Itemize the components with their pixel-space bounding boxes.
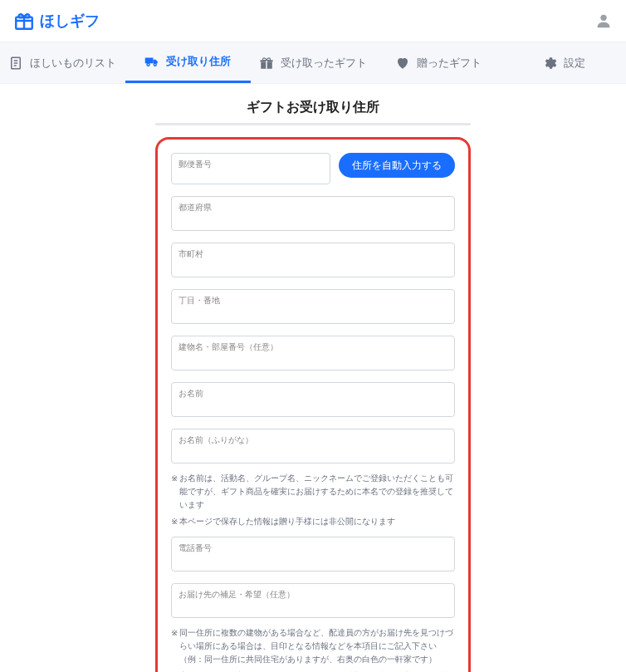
svg-point-2	[600, 15, 606, 21]
tab-label: 贈ったギフト	[417, 56, 482, 71]
street-field[interactable]: 丁目・番地	[171, 289, 455, 324]
truck-icon	[144, 54, 159, 69]
tab-label: ほしいものリスト	[30, 56, 116, 71]
name-notes: お名前は、活動名、グループ名、ニックネームでご登録いただくことも可能ですが、ギフ…	[171, 472, 455, 528]
note-item: お名前は、活動名、グループ名、ニックネームでご登録いただくことも可能ですが、ギフ…	[171, 472, 455, 512]
heart-icon	[395, 56, 410, 71]
header: ほしギフ	[0, 0, 626, 42]
svg-rect-12	[266, 60, 267, 69]
logo[interactable]: ほしギフ	[13, 10, 100, 32]
name-kana-field[interactable]: お名前（ふりがな）	[171, 429, 455, 464]
phone-field[interactable]: 電話番号	[171, 537, 455, 571]
gift-logo-icon	[13, 10, 35, 32]
svg-point-8	[147, 63, 149, 66]
tab-label: 受け取り住所	[166, 54, 231, 69]
prefecture-label: 都道府県	[179, 202, 447, 213]
note-item: 同一住所に複数の建物がある場合など、配達員の方がお届け先を見つけづらい場所にある…	[171, 626, 455, 666]
delivery-note-field[interactable]: お届け先の補足・希望（任意）	[171, 583, 455, 618]
tab-wishlist[interactable]: ほしいものリスト	[0, 42, 125, 83]
gift-icon	[259, 56, 274, 71]
prefecture-field[interactable]: 都道府県	[171, 196, 455, 231]
tab-label: 受け取ったギフト	[281, 56, 367, 71]
phone-label: 電話番号	[179, 542, 447, 554]
page-title: ギフトお受け取り住所	[0, 99, 626, 116]
building-label: 建物名・部屋番号（任意）	[179, 341, 447, 353]
street-label: 丁目・番地	[179, 295, 447, 307]
delivery-notes: 同一住所に複数の建物がある場合など、配達員の方がお届け先を見つけづらい場所にある…	[171, 626, 455, 672]
city-label: 市町村	[179, 248, 447, 260]
tab-received[interactable]: 受け取ったギフト	[251, 42, 376, 83]
auto-fill-button[interactable]: 住所を自動入力する	[339, 153, 455, 178]
list-icon	[8, 56, 23, 71]
building-field[interactable]: 建物名・部屋番号（任意）	[171, 336, 455, 370]
tab-address[interactable]: 受け取り住所	[125, 42, 251, 83]
page: ギフトお受け取り住所 郵便番号 住所を自動入力する 都道府県 市町村 丁目・番地…	[0, 84, 626, 672]
name-field[interactable]: お名前	[171, 382, 455, 417]
tab-label: 設定	[564, 56, 585, 71]
address-form: 郵便番号 住所を自動入力する 都道府県 市町村 丁目・番地 建物名・部屋番号（任…	[155, 137, 471, 672]
zip-label: 郵便番号	[179, 159, 323, 170]
title-underline	[155, 123, 471, 125]
avatar-icon[interactable]	[594, 12, 613, 30]
name-label: お名前	[179, 388, 447, 400]
tab-sent[interactable]: 贈ったギフト	[375, 42, 501, 83]
tabs: ほしいものリスト 受け取り住所 受け取ったギフト 贈ったギフト 設定	[0, 42, 626, 84]
note-item: 本ページで保存した情報は贈り手様には非公開になります	[171, 515, 455, 528]
delivery-note-label: お届け先の補足・希望（任意）	[179, 589, 447, 601]
svg-rect-7	[145, 58, 154, 64]
gear-icon	[542, 56, 557, 71]
svg-point-9	[154, 63, 156, 66]
city-field[interactable]: 市町村	[171, 243, 455, 277]
logo-text: ほしギフ	[40, 11, 100, 31]
zip-field[interactable]: 郵便番号	[171, 153, 330, 184]
tab-settings[interactable]: 設定	[501, 42, 626, 83]
name-kana-label: お名前（ふりがな）	[179, 434, 447, 446]
